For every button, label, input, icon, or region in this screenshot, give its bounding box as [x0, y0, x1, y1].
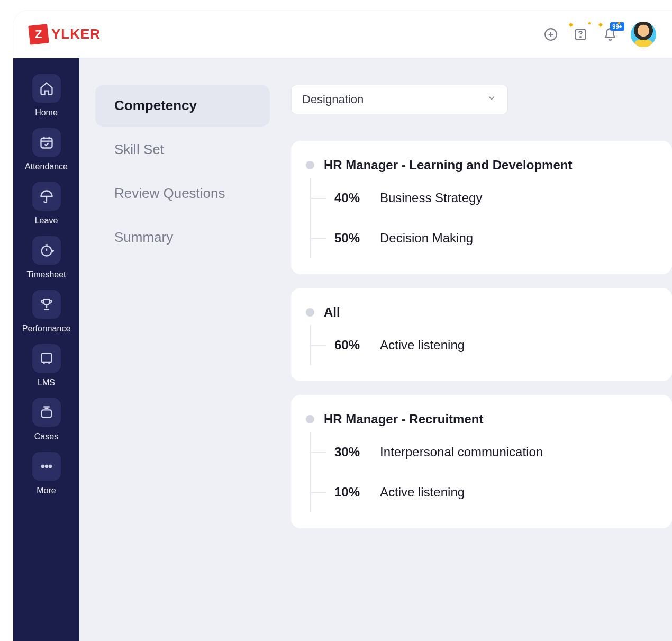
main-content: Competency Skill Set Review Questions Su…	[79, 58, 672, 641]
sidebar: Home Attendance Leave Timesheet Performa…	[13, 58, 79, 641]
svg-point-22	[45, 465, 47, 467]
add-button[interactable]	[542, 25, 560, 43]
svg-point-4	[580, 37, 581, 38]
svg-rect-15	[41, 354, 51, 362]
sidebar-item-label: Cases	[34, 432, 58, 441]
card-title: All	[324, 305, 340, 320]
sidebar-item-label: Attendance	[25, 162, 68, 171]
bullet-icon	[306, 308, 314, 317]
tab-skill-set[interactable]: Skill Set	[95, 129, 270, 170]
skill-name: Interpersonal communication	[380, 445, 543, 459]
sidebar-item-lms[interactable]: LMS	[13, 344, 79, 387]
sidebar-item-label: LMS	[38, 378, 55, 387]
svg-rect-18	[41, 410, 51, 417]
skill-name: Active listening	[380, 338, 465, 353]
competency-row: 40% Business Strategy	[311, 178, 657, 218]
competency-row: 10% Active listening	[311, 472, 657, 512]
sidebar-item-leave[interactable]: Leave	[13, 182, 79, 225]
tab-list: Competency Skill Set Review Questions Su…	[95, 85, 270, 641]
sidebar-item-label: More	[37, 486, 56, 495]
tab-competency[interactable]: Competency	[95, 85, 270, 127]
home-icon	[32, 74, 61, 103]
competency-card: All 60% Active listening	[291, 288, 672, 381]
card-title: HR Manager - Learning and Development	[324, 158, 572, 173]
competency-row: 60% Active listening	[311, 325, 657, 365]
percent-value: 40%	[334, 191, 368, 205]
calendar-icon	[32, 128, 61, 157]
logo[interactable]: Z YLKER	[29, 25, 101, 44]
chevron-down-icon	[486, 93, 497, 106]
sidebar-item-home[interactable]: Home	[13, 74, 79, 118]
logo-text: YLKER	[51, 26, 101, 42]
sidebar-item-more[interactable]: More	[13, 452, 79, 495]
umbrella-icon	[32, 182, 61, 211]
skill-name: Business Strategy	[380, 191, 482, 205]
percent-value: 30%	[334, 445, 368, 459]
skill-name: Decision Making	[380, 231, 473, 246]
stopwatch-icon	[32, 236, 61, 265]
percent-value: 60%	[334, 338, 368, 353]
trophy-icon	[32, 290, 61, 319]
sidebar-item-attendance[interactable]: Attendance	[13, 128, 79, 171]
competency-card: HR Manager - Learning and Development 40…	[291, 141, 672, 274]
briefcase-icon	[32, 398, 61, 427]
lms-icon	[32, 344, 61, 373]
sidebar-item-cases[interactable]: Cases	[13, 398, 79, 441]
topbar: Z YLKER 99+	[13, 11, 672, 58]
notification-count-badge: 99+	[610, 22, 624, 31]
competency-card: HR Manager - Recruitment 30% Interperson…	[291, 395, 672, 528]
percent-value: 10%	[334, 485, 368, 500]
designation-select[interactable]: Designation	[291, 85, 508, 114]
svg-point-21	[41, 465, 43, 467]
tab-review-questions[interactable]: Review Questions	[95, 173, 270, 214]
sidebar-item-label: Timesheet	[26, 270, 66, 279]
more-icon	[32, 452, 61, 481]
bullet-icon	[306, 415, 314, 423]
sidebar-item-label: Performance	[22, 324, 71, 333]
svg-point-23	[49, 465, 51, 467]
select-label: Designation	[302, 93, 364, 106]
card-title: HR Manager - Recruitment	[324, 412, 483, 427]
avatar[interactable]	[631, 22, 656, 47]
percent-value: 50%	[334, 231, 368, 246]
sidebar-item-label: Leave	[35, 216, 58, 225]
sidebar-item-timesheet[interactable]: Timesheet	[13, 236, 79, 279]
competency-row: 30% Interpersonal communication	[311, 432, 657, 472]
sidebar-item-performance[interactable]: Performance	[13, 290, 79, 333]
svg-point-10	[41, 246, 51, 256]
logo-badge-icon: Z	[28, 24, 49, 45]
logo-letter: Z	[35, 28, 42, 41]
sidebar-item-label: Home	[35, 108, 58, 118]
help-button[interactable]	[571, 25, 589, 43]
svg-rect-5	[41, 138, 52, 148]
notifications-button[interactable]: 99+	[601, 25, 619, 43]
competency-row: 50% Decision Making	[311, 218, 657, 258]
bullet-icon	[306, 161, 314, 169]
skill-name: Active listening	[380, 485, 465, 500]
tab-summary[interactable]: Summary	[95, 216, 270, 258]
